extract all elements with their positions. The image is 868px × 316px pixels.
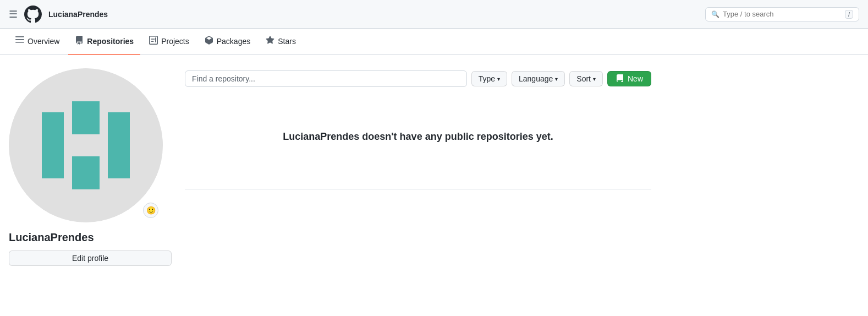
sort-dropdown-label: Sort	[576, 74, 591, 83]
repo-icon	[75, 36, 84, 46]
tab-packages[interactable]: Packages	[198, 29, 257, 55]
new-repo-label: New	[628, 74, 643, 83]
edit-profile-button[interactable]: Edit profile	[9, 250, 172, 266]
type-dropdown-button[interactable]: Type ▾	[471, 71, 507, 86]
global-search[interactable]: 🔍 /	[705, 7, 859, 21]
emoji-edit-button[interactable]: 🙂	[143, 203, 158, 218]
github-logo	[24, 6, 42, 23]
stars-icon	[266, 36, 274, 46]
svg-rect-8	[64, 134, 108, 156]
top-navbar: ☰ LucianaPrendes 🔍 /	[0, 0, 868, 29]
tab-stars[interactable]: Stars	[259, 29, 303, 55]
repo-new-icon	[616, 74, 624, 83]
language-chevron-icon: ▾	[555, 76, 558, 82]
tab-overview-label: Overview	[28, 37, 59, 46]
tab-projects-label: Projects	[161, 37, 189, 46]
svg-rect-4	[108, 112, 130, 178]
empty-repos-message: LucianaPrendes doesn't have any public r…	[185, 98, 651, 176]
tab-repositories[interactable]: Repositories	[68, 29, 140, 55]
tab-packages-label: Packages	[217, 37, 250, 46]
find-repo-input[interactable]	[185, 70, 467, 87]
profile-sidebar: 🙂 LucianaPrendes Edit profile	[9, 68, 172, 266]
nav-username[interactable]: LucianaPrendes	[48, 10, 108, 19]
tab-repositories-label: Repositories	[87, 37, 134, 46]
svg-rect-3	[42, 112, 64, 178]
tab-stars-label: Stars	[278, 37, 296, 46]
type-chevron-icon: ▾	[497, 76, 500, 82]
tab-overview[interactable]: Overview	[9, 29, 66, 55]
bottom-divider	[185, 189, 651, 189]
language-dropdown-label: Language	[519, 74, 553, 83]
avatar-identicon	[9, 68, 163, 222]
packages-icon	[205, 36, 213, 46]
profile-username: LucianaPrendes	[9, 231, 94, 244]
tab-projects[interactable]: Projects	[142, 29, 196, 55]
repos-toolbar: Type ▾ Language ▾ Sort ▾ New	[185, 70, 651, 87]
new-repo-button[interactable]: New	[607, 71, 651, 86]
avatar-wrapper: 🙂	[9, 68, 163, 222]
search-input[interactable]	[723, 10, 842, 18]
sort-dropdown-button[interactable]: Sort ▾	[569, 71, 603, 86]
avatar	[9, 68, 163, 222]
overview-icon	[15, 36, 24, 46]
sort-chevron-icon: ▾	[593, 76, 596, 82]
type-dropdown-label: Type	[479, 74, 495, 83]
profile-tabs: Overview Repositories Projects Packages …	[0, 29, 868, 55]
language-dropdown-button[interactable]: Language ▾	[512, 71, 565, 86]
search-icon: 🔍	[711, 10, 719, 18]
main-content: 🙂 LucianaPrendes Edit profile Type ▾ Lan…	[0, 55, 660, 279]
repos-content: Type ▾ Language ▾ Sort ▾ New LucianaPren…	[185, 68, 651, 266]
kbd-slash: /	[845, 10, 853, 19]
hamburger-icon[interactable]: ☰	[9, 8, 18, 20]
projects-icon	[149, 36, 158, 46]
